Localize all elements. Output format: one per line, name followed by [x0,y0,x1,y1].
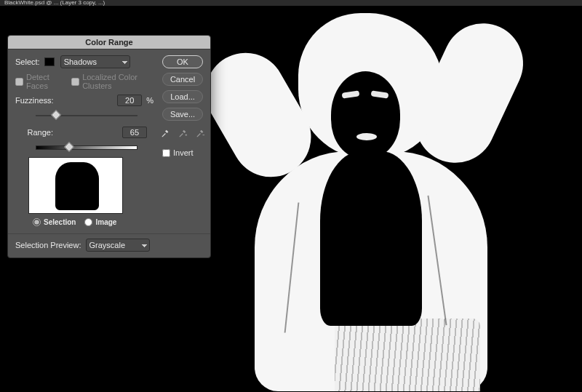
eyedropper-plus-icon[interactable] [178,128,188,138]
range-input[interactable] [122,127,147,138]
eyedropper-minus-icon[interactable] [195,128,205,138]
preview-mode-selection[interactable]: Selection [33,218,76,226]
load-button[interactable]: Load... [162,90,203,103]
detect-faces-checkbox [15,78,23,86]
canvas-image-preview [211,6,517,392]
document-tab-title: BlackWhite.psd @ ... (Layer 3 copy, ...) [4,0,105,6]
select-dropdown[interactable]: Shadows [60,55,130,68]
fuzziness-slider[interactable] [36,111,137,121]
invert-label: Invert [173,148,194,157]
cancel-button[interactable]: Cancel [162,73,203,86]
select-swatch [44,57,55,66]
fuzziness-unit: % [146,96,154,105]
ok-button[interactable]: OK [162,55,203,68]
eyedropper-icon[interactable] [160,128,170,138]
detect-faces-label: Detect Faces [26,73,64,90]
preview-mode-image[interactable]: Image [84,218,116,226]
fuzziness-input[interactable] [117,95,142,106]
range-label: Range: [15,128,53,137]
fuzziness-label: Fuzziness: [15,96,53,105]
selection-preview-label: Selection Preview: [15,241,81,249]
invert-checkbox[interactable] [162,149,170,157]
localized-clusters-label: Localized Color Clusters [82,73,154,90]
dialog-title: Color Range [8,36,210,49]
save-button[interactable]: Save... [162,108,203,121]
document-tab-bar: BlackWhite.psd @ ... (Layer 3 copy, ...) [0,0,582,6]
range-slider[interactable] [36,143,137,153]
color-range-dialog: Color Range Select: Shadows Detect Faces… [7,35,211,258]
selection-preview-dropdown[interactable]: Grayscale [86,239,150,252]
selection-preview-thumbnail [28,157,123,214]
invert-option[interactable]: Invert [162,148,203,157]
localized-clusters-checkbox [71,78,79,86]
preview-mode-image-radio[interactable] [84,218,92,226]
select-label: Select: [15,57,40,66]
preview-mode-selection-radio[interactable] [33,218,41,226]
